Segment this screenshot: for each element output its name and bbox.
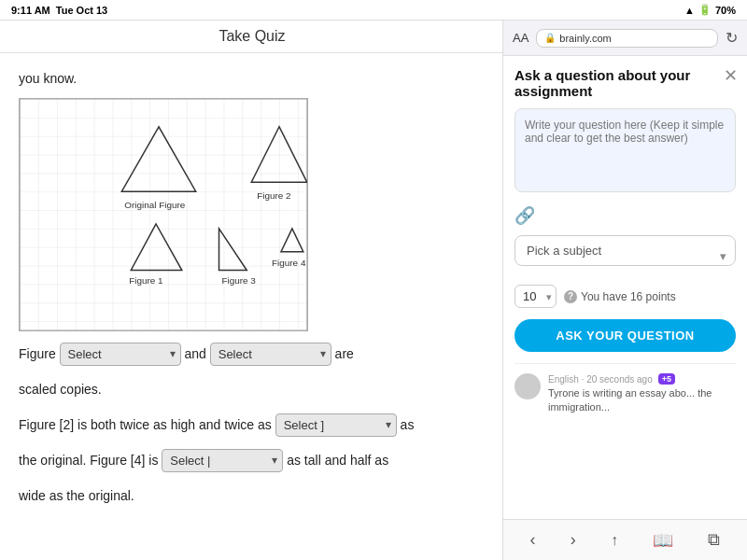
date: Tue Oct 13 bbox=[56, 5, 107, 16]
brainly-content: ✕ Ask a question about your assignment 🔗… bbox=[503, 56, 747, 519]
community-meta: English · 20 seconds ago +5 bbox=[548, 373, 736, 385]
svg-text:Figure 1: Figure 1 bbox=[129, 276, 163, 287]
quiz-title: Take Quiz bbox=[218, 28, 285, 44]
figure-select-4[interactable]: Select | 1 2 3 4 bbox=[162, 449, 283, 472]
points-row: 10 5 15 20 ? You have 16 points bbox=[514, 285, 736, 308]
sentence-2b: the original. Figure [4] is Select | 1 2… bbox=[19, 447, 486, 473]
divider bbox=[514, 363, 736, 364]
svg-text:Figure 4: Figure 4 bbox=[272, 258, 306, 268]
quiz-container: Take Quiz you know. Original Figure Fi bbox=[0, 21, 504, 560]
grid-svg: Original Figure Figure 2 Figure 1 Figure… bbox=[20, 99, 307, 330]
points-info: ? You have 16 points bbox=[564, 290, 676, 303]
sentence-2c: wide as the original. bbox=[19, 483, 486, 509]
sentence-1: Figure Select 1 2 3 4 and Select 1 2 bbox=[19, 341, 486, 367]
sentence2-text3: the original. Figure [4] is bbox=[19, 453, 158, 468]
community-text-block: English · 20 seconds ago +5 Tyrone is wr… bbox=[548, 373, 736, 415]
points-text: You have 16 points bbox=[581, 290, 676, 303]
sentence1-suffix: are bbox=[335, 346, 354, 361]
browser-aa[interactable]: AA bbox=[513, 31, 529, 45]
subject-picker[interactable]: Pick a subject Math Science English Hist… bbox=[514, 235, 736, 266]
select1-wrap[interactable]: Select 1 2 3 4 bbox=[60, 341, 181, 367]
svg-text:Figure 3: Figure 3 bbox=[221, 276, 256, 287]
sentence1-line2: scaled copies. bbox=[19, 376, 486, 402]
community-meta-text: English · 20 seconds ago bbox=[548, 374, 653, 385]
refresh-button[interactable]: ↻ bbox=[726, 29, 738, 47]
battery-pct: 70% bbox=[715, 5, 736, 16]
share-button[interactable]: ↑ bbox=[603, 532, 626, 549]
bookmarks-button[interactable]: 📖 bbox=[645, 530, 681, 551]
community-badge: +5 bbox=[658, 373, 675, 385]
points-select[interactable]: 10 5 15 20 bbox=[514, 285, 557, 308]
points-select-wrap[interactable]: 10 5 15 20 bbox=[514, 285, 557, 308]
brainly-bottom-nav: ‹ › ↑ 📖 ⧉ bbox=[503, 519, 747, 560]
browser-bar: AA 🔒 brainly.com ↻ bbox=[503, 21, 747, 56]
lock-icon: 🔒 bbox=[544, 33, 556, 43]
status-bar: 9:11 AM Tue Oct 13 ▲ 🔋 70% bbox=[0, 0, 747, 21]
sentence2-text1: Figure [2] is both twice as high and twi… bbox=[19, 417, 272, 432]
sentence2-text2: as bbox=[401, 417, 415, 432]
figure-select-2[interactable]: Select 1 2 3 4 bbox=[210, 343, 331, 366]
wifi-icon: ▲ bbox=[684, 5, 695, 16]
sentence2-text5: wide as the original. bbox=[19, 488, 134, 503]
select3-wrap[interactable]: Select ] 1 2 3 4 bbox=[275, 412, 397, 438]
quiz-content: you know. Original Figure Figure 2 bbox=[0, 53, 504, 533]
brainly-panel: AA 🔒 brainly.com ↻ ✕ Ask a question abou… bbox=[502, 21, 747, 560]
select2-wrap[interactable]: Select 1 2 3 4 bbox=[210, 341, 331, 367]
figure-select-1[interactable]: Select 1 2 3 4 bbox=[60, 343, 181, 366]
svg-text:Original Figure: Original Figure bbox=[124, 200, 185, 210]
close-button[interactable]: ✕ bbox=[724, 67, 738, 84]
sentence1-middle: and bbox=[184, 346, 205, 361]
quiz-topbar: Take Quiz bbox=[0, 21, 504, 53]
attach-icon-row: 🔗 bbox=[514, 205, 736, 226]
ask-question-button[interactable]: ASK YOUR QUESTION bbox=[514, 319, 736, 352]
figure-select-3[interactable]: Select ] 1 2 3 4 bbox=[275, 413, 397, 437]
community-preview: Tyrone is writing an essay abo... the im… bbox=[548, 386, 736, 415]
subject-picker-wrap[interactable]: Pick a subject Math Science English Hist… bbox=[514, 235, 736, 275]
question-textarea[interactable] bbox=[514, 108, 736, 192]
forward-button[interactable]: › bbox=[563, 530, 584, 550]
sentence2-text4: as tall and half as bbox=[287, 453, 388, 468]
battery-icon: 🔋 bbox=[698, 4, 712, 16]
sentence-2: Figure [2] is both twice as high and twi… bbox=[19, 412, 486, 438]
sentence1-prefix: Figure bbox=[19, 346, 56, 361]
time: 9:11 AM bbox=[11, 5, 50, 16]
community-avatar bbox=[514, 373, 541, 399]
quiz-intro: you know. bbox=[19, 68, 486, 89]
svg-text:Figure 2: Figure 2 bbox=[257, 191, 291, 202]
figure-grid: Original Figure Figure 2 Figure 1 Figure… bbox=[19, 98, 308, 331]
browser-url-bar[interactable]: 🔒 brainly.com bbox=[536, 29, 718, 48]
back-button[interactable]: ‹ bbox=[523, 530, 543, 550]
browser-url: brainly.com bbox=[559, 33, 611, 44]
info-icon: ? bbox=[564, 290, 577, 303]
brainly-title: Ask a question about your assignment bbox=[514, 67, 736, 99]
attach-icon[interactable]: 🔗 bbox=[514, 206, 535, 225]
select4-wrap[interactable]: Select | 1 2 3 4 bbox=[162, 447, 283, 473]
tabs-button[interactable]: ⧉ bbox=[700, 530, 727, 550]
community-item: English · 20 seconds ago +5 Tyrone is wr… bbox=[514, 373, 736, 415]
